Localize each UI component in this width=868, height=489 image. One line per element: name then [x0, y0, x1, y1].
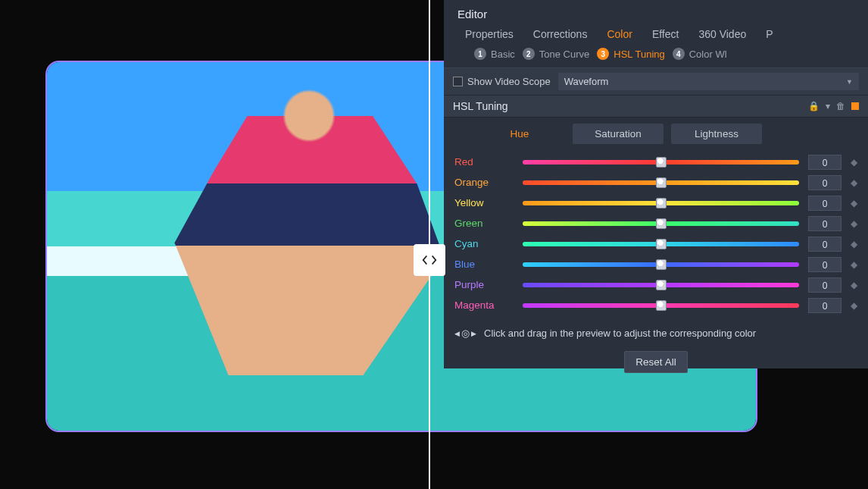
editor-subtabs: 1Basic2Tone Curve3HSL Tuning4Color Wl — [444, 46, 868, 67]
target-drag-icon[interactable]: ◀ ◎ ▶ — [454, 328, 476, 339]
value-input[interactable]: 0 — [808, 175, 841, 190]
slider-thumb[interactable] — [656, 300, 667, 311]
slider-thumb[interactable] — [656, 157, 667, 168]
keyframe-icon[interactable]: ◆ — [851, 157, 857, 168]
value-input[interactable]: 0 — [808, 216, 841, 231]
enable-toggle-icon[interactable] — [851, 102, 859, 110]
hsl-row-blue: Blue0◆ — [454, 254, 857, 274]
color-label: Green — [454, 218, 514, 229]
editor-panel: Editor PropertiesCorrectionsColorEffect3… — [444, 0, 868, 368]
scope-select[interactable]: Waveform ▼ — [558, 73, 859, 90]
tab-p[interactable]: P — [766, 28, 773, 40]
hue-slider-red[interactable] — [523, 160, 799, 165]
hue-slider-green[interactable] — [523, 221, 799, 226]
editor-tabs: PropertiesCorrectionsColorEffect360 Vide… — [444, 25, 868, 46]
tab-360-video[interactable]: 360 Video — [698, 28, 746, 40]
hsl-section-header: HSL Tuning 🔒 ▾ 🗑 — [444, 96, 868, 118]
slider-thumb[interactable] — [656, 280, 667, 290]
color-label: Yellow — [454, 197, 514, 208]
hsl-row-magenta: Magenta0◆ — [454, 295, 857, 315]
color-label: Red — [454, 156, 514, 168]
keyframe-icon[interactable]: ◆ — [851, 259, 857, 270]
subtab-hsl-tuning[interactable]: 3HSL Tuning — [597, 48, 664, 60]
slider-thumb[interactable] — [656, 259, 667, 270]
color-label: Magenta — [454, 299, 514, 311]
reset-row: Reset All — [444, 348, 868, 384]
hue-slider-blue[interactable] — [523, 262, 799, 267]
drag-horizontal-icon — [421, 252, 438, 268]
subtab-label: Color Wl — [689, 49, 727, 60]
color-label: Cyan — [454, 238, 514, 249]
keyframe-icon[interactable]: ◆ — [851, 218, 857, 229]
hint-row: ◀ ◎ ▶ Click and drag in the preview to a… — [444, 321, 868, 348]
show-scope-checkbox[interactable]: Show Video Scope — [453, 76, 551, 87]
hsl-row-yellow: Yellow0◆ — [454, 193, 857, 213]
hue-slider-purple[interactable] — [523, 283, 799, 287]
hsl-row-red: Red0◆ — [454, 152, 857, 172]
hint-text: Click and drag in the preview to adjust … — [484, 328, 756, 339]
value-input[interactable]: 0 — [808, 196, 841, 211]
keyframe-icon[interactable]: ◆ — [851, 300, 857, 311]
hsl-rows: Red0◆Orange0◆Yellow0◆Green0◆Cyan0◆Blue0◆… — [444, 147, 868, 321]
hue-slider-orange[interactable] — [523, 180, 799, 185]
checkbox-box — [453, 77, 463, 86]
hsl-header-actions: 🔒 ▾ 🗑 — [808, 101, 859, 111]
value-input[interactable]: 0 — [808, 277, 841, 293]
subtab-label: Basic — [491, 49, 515, 60]
show-scope-label: Show Video Scope — [467, 76, 551, 87]
step-badge: 4 — [673, 48, 685, 60]
tab-properties[interactable]: Properties — [465, 28, 514, 40]
hsl-section-title: HSL Tuning — [453, 100, 508, 112]
keyframe-icon[interactable]: ◆ — [851, 177, 857, 188]
color-label: Blue — [454, 259, 514, 270]
tab-color[interactable]: Color — [607, 28, 632, 40]
value-input[interactable]: 0 — [808, 257, 841, 272]
value-input[interactable]: 0 — [808, 155, 841, 170]
preview-subject — [174, 80, 444, 375]
hsl-row-orange: Orange0◆ — [454, 172, 857, 193]
reset-all-button[interactable]: Reset All — [624, 351, 687, 373]
tab-effect[interactable]: Effect — [652, 28, 679, 40]
subtab-color-wl[interactable]: 4Color Wl — [673, 48, 727, 60]
value-input[interactable]: 0 — [808, 298, 841, 313]
step-badge: 3 — [597, 48, 609, 60]
hsl-tab-saturation[interactable]: Saturation — [573, 124, 663, 144]
compare-handle[interactable] — [414, 244, 445, 276]
chevron-down-icon: ▼ — [846, 78, 853, 86]
subtab-basic[interactable]: 1Basic — [474, 48, 515, 60]
editor-title: Editor — [444, 0, 868, 25]
hsl-row-cyan: Cyan0◆ — [454, 234, 857, 254]
hsl-tab-lightness[interactable]: Lightness — [671, 124, 762, 144]
chevron-down-icon[interactable]: ▾ — [826, 101, 830, 111]
hsl-row-purple: Purple0◆ — [454, 274, 857, 295]
value-input[interactable]: 0 — [808, 237, 841, 252]
scope-select-value: Waveform — [564, 76, 609, 87]
keyframe-icon[interactable]: ◆ — [851, 198, 857, 208]
slider-thumb[interactable] — [656, 177, 667, 188]
hsl-tabs: HueSaturationLightness — [444, 118, 868, 147]
trash-icon[interactable]: 🗑 — [836, 101, 845, 111]
step-badge: 2 — [523, 48, 535, 60]
hue-slider-yellow[interactable] — [523, 201, 799, 205]
subtab-tone-curve[interactable]: 2Tone Curve — [523, 48, 589, 60]
hue-slider-magenta[interactable] — [523, 303, 799, 308]
scope-row: Show Video Scope Waveform ▼ — [444, 67, 868, 96]
slider-thumb[interactable] — [656, 198, 667, 208]
step-badge: 1 — [474, 48, 486, 60]
hsl-tab-hue[interactable]: Hue — [474, 124, 565, 144]
color-label: Purple — [454, 279, 514, 290]
keyframe-icon[interactable]: ◆ — [851, 280, 857, 290]
hsl-row-green: Green0◆ — [454, 213, 857, 234]
slider-thumb[interactable] — [656, 218, 667, 229]
color-label: Orange — [454, 177, 514, 188]
lock-icon[interactable]: 🔒 — [808, 101, 820, 111]
keyframe-icon[interactable]: ◆ — [851, 239, 857, 249]
subtab-label: Tone Curve — [539, 49, 589, 60]
slider-thumb[interactable] — [656, 239, 667, 249]
tab-corrections[interactable]: Corrections — [533, 28, 588, 40]
subtab-label: HSL Tuning — [614, 49, 664, 60]
hue-slider-cyan[interactable] — [523, 242, 799, 246]
